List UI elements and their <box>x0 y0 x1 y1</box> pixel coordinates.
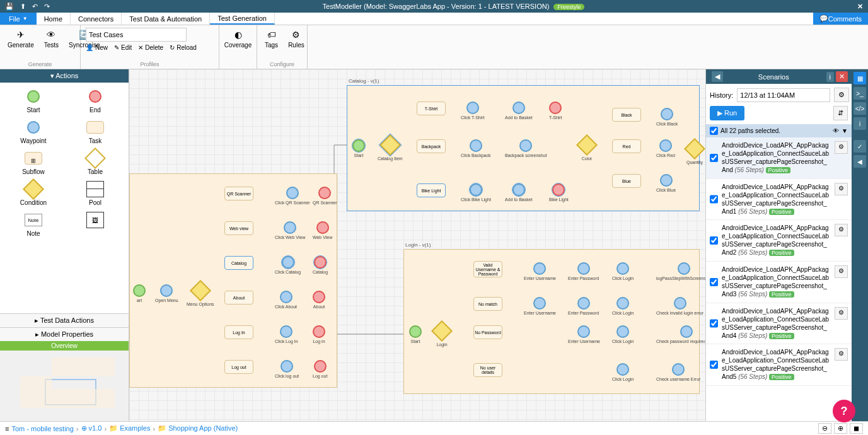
plane-icon: ✈ <box>15 29 26 40</box>
edit-button[interactable]: ✎ Edit <box>114 44 132 51</box>
tags-button[interactable]: 🏷Tags <box>262 28 281 50</box>
history-input[interactable] <box>737 88 830 102</box>
catalog-subflow[interactable]: Catalog - v(1) Start Catalog Item T-Shir… <box>347 85 700 211</box>
scenario-row[interactable]: AndroidDevice_LoadAPK_AppPackage_LoadApp… <box>706 220 852 262</box>
scenario-row[interactable]: AndroidDevice_LoadAPK_AppPackage_LoadApp… <box>706 137 852 179</box>
footer: ≡ Tom - mobile testing› ⊕ v1.0› 📁 Exampl… <box>0 421 868 435</box>
scenario-checkbox[interactable] <box>710 141 718 175</box>
overview-thumbnail[interactable] <box>0 351 129 422</box>
rail-info-icon[interactable]: i <box>854 117 866 130</box>
scenario-checkbox[interactable] <box>710 183 718 216</box>
palette-image[interactable]: 🖼 <box>67 211 124 237</box>
filter-icon[interactable]: ▼ <box>842 127 848 134</box>
scenarios-title: Scenarios <box>723 73 825 81</box>
scenario-gear-icon[interactable]: ⚙ <box>835 183 848 195</box>
rail-code-icon[interactable]: </> <box>854 102 866 115</box>
scenario-row[interactable]: AndroidDevice_LoadAPK_AppPackage_LoadApp… <box>706 179 852 221</box>
scenario-badge: Positive <box>766 167 791 173</box>
scenario-checkbox[interactable] <box>710 265 718 299</box>
rail-scenarios-icon[interactable]: ▦ <box>854 72 866 84</box>
scenario-checkbox[interactable] <box>710 348 718 381</box>
scenario-row[interactable]: AndroidDevice_LoadAPK_AppPackage_LoadApp… <box>706 262 852 303</box>
new-button[interactable]: 👤 New <box>86 44 108 51</box>
scenario-gear-icon[interactable]: ⚙ <box>835 141 848 154</box>
testcases-input[interactable] <box>86 28 187 42</box>
zoom-in-icon[interactable]: ⊕ <box>834 423 847 434</box>
left-panel: ▾ Actions Start End Waypoint Task ⊞Subfl… <box>0 69 129 421</box>
rail-back-icon[interactable]: ◀ <box>854 155 866 168</box>
close-icon[interactable]: ✕ <box>852 3 868 11</box>
file-menu[interactable]: File ▼ <box>0 13 37 25</box>
comments-button[interactable]: 💬 Comments <box>813 13 868 25</box>
svg-rect-2 <box>52 389 115 408</box>
actions-header[interactable]: ▾ Actions <box>0 69 129 83</box>
crumb-version[interactable]: ⊕ v1.0 <box>79 424 105 432</box>
menubar: File ▼ Home Connectors Test Data & Autom… <box>0 13 868 25</box>
save-icon[interactable]: 💾 <box>5 3 14 11</box>
run-button[interactable]: ▶ Run <box>710 106 744 120</box>
scenario-gear-icon[interactable]: ⚙ <box>835 224 848 236</box>
close-panel-icon[interactable]: ✕ <box>836 71 848 82</box>
svg-rect-3 <box>20 376 52 408</box>
palette-task[interactable]: Task <box>67 119 124 144</box>
tab-home[interactable]: Home <box>37 13 71 25</box>
palette-end[interactable]: End <box>67 88 124 113</box>
upload-icon[interactable]: ⬆ <box>20 3 26 11</box>
scenario-gear-icon[interactable]: ⚙ <box>835 265 848 278</box>
palette-subflow[interactable]: ⊞Subflow <box>5 149 62 175</box>
scenario-gear-icon[interactable]: ⚙ <box>835 307 848 320</box>
scenarios-panel: ◀ Scenarios i ✕ History: ⚙ ▶ Run ⇵ All 2… <box>705 69 852 421</box>
rules-icon: ⚙ <box>291 29 302 40</box>
group-label: Configure <box>257 61 307 67</box>
crumb-folder[interactable]: 📁 Examples <box>107 424 153 432</box>
scenario-checkbox[interactable] <box>710 307 718 340</box>
scenario-row[interactable]: AndroidDevice_LoadAPK_AppPackage_LoadApp… <box>706 344 852 386</box>
help-fab[interactable]: ? <box>833 400 855 422</box>
rules-button[interactable]: ⚙Rules <box>286 28 307 50</box>
history-label: History: <box>710 91 733 99</box>
scenario-row[interactable]: AndroidDevice_LoadAPK_AppPackage_LoadApp… <box>706 303 852 345</box>
scenario-checkbox[interactable] <box>710 224 718 257</box>
scenario-steps: (56 Steps) <box>735 166 764 173</box>
history-settings-icon[interactable]: ⚙ <box>834 88 849 102</box>
tab-connectors[interactable]: Connectors <box>71 13 122 25</box>
delete-button[interactable]: ✕ Delete <box>138 44 163 51</box>
crumb-model[interactable]: 📁 Shopping App (Native) <box>155 424 240 432</box>
scenario-gear-icon[interactable]: ⚙ <box>835 348 848 361</box>
coverage-button[interactable]: ◐Coverage <box>224 28 252 50</box>
reload-button[interactable]: ↻ Reload <box>170 44 197 51</box>
eye-icon[interactable]: 👁 <box>833 127 839 134</box>
rail-check-icon[interactable]: ✓ <box>854 140 866 153</box>
redo-icon[interactable]: ↷ <box>44 3 50 11</box>
login-subflow[interactable]: Login - v(1) Start Login Valid Username … <box>403 249 700 394</box>
svg-rect-1 <box>52 357 115 376</box>
test-data-actions[interactable]: ▸ Test Data Actions <box>0 313 129 327</box>
generate-button[interactable]: ✈Generate <box>5 28 37 50</box>
tests-button[interactable]: 👁Tests <box>42 28 61 50</box>
info-icon[interactable]: i <box>826 72 834 82</box>
palette-start[interactable]: Start <box>5 88 62 113</box>
scenario-badge: Positive <box>769 291 794 298</box>
palette-note[interactable]: NoteNote <box>5 211 62 237</box>
eye-icon: 👁 <box>45 29 57 40</box>
all-paths-label: All 22 paths selected. <box>720 127 780 134</box>
palette-condition[interactable]: Condition <box>5 180 62 206</box>
palette-waypoint[interactable]: Waypoint <box>5 119 62 144</box>
scenario-steps: (56 Steps) <box>738 291 767 298</box>
canvas[interactable]: art Open Menu Menu Options QR Scanner Cl… <box>129 69 705 421</box>
tab-testgen[interactable]: Test Generation <box>210 13 275 25</box>
all-paths-checkbox[interactable] <box>710 127 718 135</box>
rail-terminal-icon[interactable]: >_ <box>854 87 866 100</box>
palette-pool[interactable]: Pool <box>67 180 124 206</box>
model-properties[interactable]: ▸ Model Properties <box>0 327 129 341</box>
tab-testdata[interactable]: Test Data & Automation <box>122 13 210 25</box>
scenario-badge: Positive <box>769 374 794 380</box>
zoom-fit-icon[interactable]: ◼ <box>850 423 863 434</box>
crumb-user[interactable]: Tom - mobile testing <box>9 425 76 432</box>
palette-table[interactable]: Table <box>67 149 124 175</box>
share-icon[interactable]: ⇵ <box>833 106 848 120</box>
collapse-icon[interactable]: ◀ <box>712 71 723 82</box>
zoom-out-icon[interactable]: ⊖ <box>818 423 831 434</box>
undo-icon[interactable]: ↶ <box>32 3 38 11</box>
menu-subflow[interactable]: art Open Menu Menu Options QR Scanner Cl… <box>129 173 337 388</box>
